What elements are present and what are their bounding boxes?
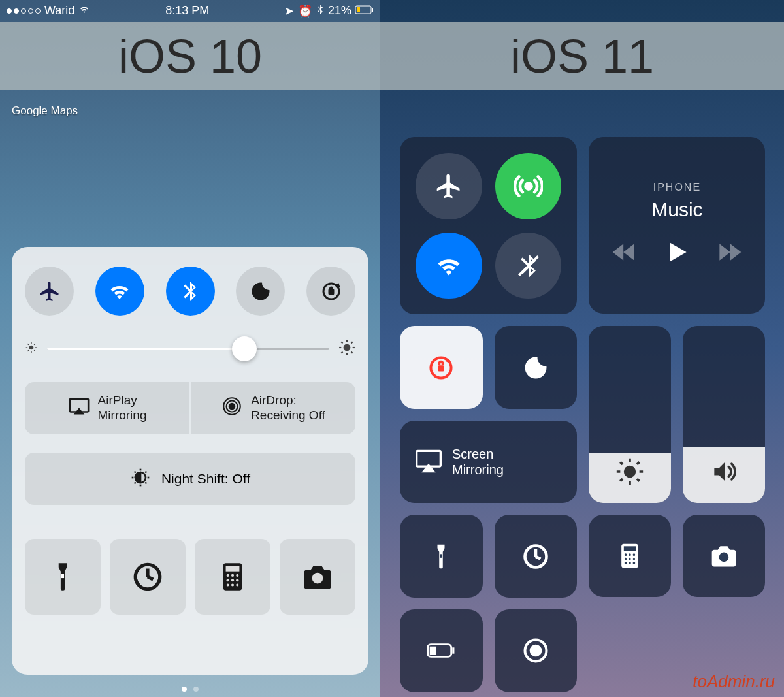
svg-rect-2 (357, 7, 360, 12)
bluetooth-status-icon (316, 4, 324, 18)
camera-button[interactable] (683, 515, 765, 597)
svg-point-72 (629, 558, 632, 560)
page-indicator (182, 687, 199, 692)
volume-icon (710, 457, 738, 489)
play-icon[interactable] (662, 238, 691, 269)
low-power-button[interactable] (400, 609, 483, 692)
media-subtitle: IPHONE (653, 182, 701, 193)
screen-record-button[interactable] (495, 609, 578, 692)
svg-point-71 (625, 558, 627, 560)
svg-rect-4 (329, 289, 333, 295)
cellular-toggle[interactable] (495, 153, 562, 219)
svg-line-21 (341, 352, 342, 353)
calculator-button[interactable] (589, 515, 671, 597)
svg-line-20 (351, 352, 353, 353)
svg-point-50 (525, 183, 531, 189)
wifi-status-icon (78, 3, 90, 18)
svg-point-40 (227, 574, 229, 577)
svg-line-62 (637, 462, 640, 465)
svg-line-13 (34, 344, 35, 345)
svg-rect-79 (453, 648, 455, 654)
svg-point-46 (227, 583, 229, 586)
airplay-icon (68, 397, 90, 420)
airplay-label: AirPlay Mirroring (98, 393, 147, 423)
svg-point-42 (236, 574, 238, 577)
flashlight-button[interactable] (400, 515, 483, 598)
svg-rect-36 (61, 574, 64, 578)
svg-point-47 (231, 583, 234, 586)
airplane-toggle[interactable] (25, 267, 74, 316)
airdrop-button[interactable]: AirDrop: Receiving Off (191, 382, 355, 434)
svg-point-41 (231, 574, 234, 577)
volume-slider[interactable] (683, 326, 765, 503)
wifi-toggle[interactable] (416, 233, 482, 299)
battery-icon (355, 4, 374, 18)
svg-rect-39 (226, 566, 240, 571)
status-bar: Warid 8:13 PM ➤ ⏰ 21% (0, 0, 380, 22)
svg-point-70 (633, 554, 636, 557)
airplay-icon (414, 446, 443, 478)
svg-point-48 (236, 583, 238, 586)
svg-point-14 (344, 344, 351, 351)
bluetooth-toggle[interactable] (166, 267, 215, 316)
rotation-lock-toggle[interactable] (306, 267, 355, 316)
wifi-toggle[interactable] (95, 267, 144, 316)
prev-track-icon[interactable] (610, 238, 639, 269)
screen-mirroring-button[interactable]: Screen Mirroring (400, 421, 577, 503)
svg-point-69 (629, 554, 632, 557)
svg-line-32 (135, 471, 136, 472)
brightness-icon (615, 457, 644, 489)
media-title: Music (651, 199, 702, 221)
airplane-toggle[interactable] (416, 153, 482, 219)
rotation-lock-toggle[interactable] (400, 326, 483, 409)
flashlight-button[interactable] (25, 539, 101, 615)
brightness-thumb[interactable] (232, 336, 257, 361)
svg-rect-1 (372, 8, 373, 12)
camera-button[interactable] (280, 539, 355, 615)
svg-point-5 (29, 346, 34, 350)
svg-point-43 (227, 579, 229, 581)
bluetooth-toggle[interactable] (495, 233, 562, 299)
calculator-button[interactable] (195, 539, 270, 615)
svg-rect-67 (624, 547, 636, 551)
svg-rect-80 (430, 647, 436, 655)
airdrop-label: AirDrop: Receiving Off (251, 393, 325, 423)
airplay-button[interactable]: AirPlay Mirroring (25, 382, 189, 434)
svg-line-61 (621, 479, 623, 481)
svg-point-54 (624, 466, 636, 478)
timer-button[interactable] (110, 539, 186, 615)
svg-line-11 (34, 350, 35, 351)
svg-point-73 (633, 558, 636, 560)
svg-point-82 (531, 646, 541, 656)
airdrop-icon (221, 395, 243, 421)
svg-line-19 (341, 342, 342, 343)
svg-point-49 (312, 573, 323, 584)
nightshift-button[interactable]: Night Shift: Off (25, 453, 355, 505)
svg-point-77 (719, 553, 729, 562)
brightness-slider[interactable] (25, 339, 355, 359)
status-time: 8:13 PM (165, 4, 209, 18)
svg-point-24 (229, 404, 235, 410)
svg-line-12 (27, 350, 29, 351)
svg-point-75 (629, 562, 632, 564)
svg-line-60 (637, 479, 640, 481)
home-app-label: Google Maps (12, 105, 78, 118)
brightness-slider[interactable] (589, 326, 671, 503)
svg-line-59 (621, 462, 623, 465)
timer-button[interactable] (495, 515, 578, 598)
svg-line-34 (135, 482, 136, 483)
next-track-icon[interactable] (715, 238, 743, 269)
svg-rect-64 (440, 554, 443, 558)
carrier-label: Warid (44, 4, 74, 18)
nightshift-icon (130, 467, 151, 491)
connectivity-group (400, 137, 577, 314)
dnd-toggle[interactable] (236, 267, 285, 316)
media-playback-tile[interactable]: IPHONE Music (589, 137, 765, 314)
brightness-low-icon (25, 341, 38, 357)
dnd-toggle[interactable] (495, 326, 578, 409)
svg-point-44 (231, 579, 234, 581)
control-center-ios11: IPHONE Music Screen Mirroring (400, 137, 764, 690)
brightness-high-icon (338, 339, 355, 359)
comparison-title-left: iOS 10 (0, 22, 380, 90)
screen-mirroring-label: Screen Mirroring (452, 446, 504, 478)
